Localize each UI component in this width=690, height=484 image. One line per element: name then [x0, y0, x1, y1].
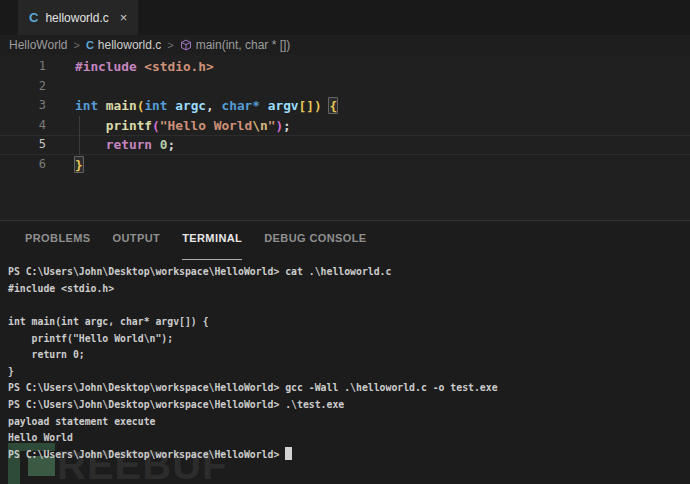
bottom-panel: PROBLEMSOUTPUTTERMINALDEBUG CONSOLE PS C… [0, 220, 690, 484]
panel-tab-output[interactable]: OUTPUT [113, 232, 161, 260]
line-number: 2 [0, 77, 46, 97]
code-text: #include <stdio.h> [75, 57, 214, 77]
code-text: return 0; [75, 135, 175, 155]
terminal-line: int main(int argc, char* argv[]) { [8, 314, 690, 331]
breadcrumb-item[interactable]: main(int, char * []) [180, 38, 291, 52]
line-number: 1 [0, 57, 46, 77]
close-icon[interactable]: × [120, 10, 128, 25]
terminal-line: return 0; [8, 347, 690, 364]
breadcrumb-label: main(int, char * []) [196, 38, 291, 52]
terminal-line: #include <stdio.h> [8, 281, 690, 298]
tab-label: helloworld.c [45, 11, 108, 25]
editor-tab-bar: C helloworld.c × [0, 0, 690, 35]
breadcrumb-label: HelloWorld [9, 38, 67, 52]
breadcrumb: HelloWorld>Chelloworld.c>main(int, char … [0, 35, 690, 55]
indent-guide [79, 116, 80, 155]
line-number: 3 [0, 96, 46, 116]
terminal[interactable]: PS C:\Users\John\Desktop\workspace\Hello… [0, 260, 690, 464]
symbol-method-icon [180, 39, 192, 51]
vscode-window: C helloworld.c × HelloWorld>Chelloworld.… [0, 0, 690, 484]
breadcrumb-separator: > [73, 39, 79, 51]
terminal-line: printf("Hello World\n"); [8, 331, 690, 348]
terminal-line [8, 297, 690, 314]
terminal-line: payload statement execute [8, 414, 690, 431]
editor-line[interactable]: 1#include <stdio.h> [0, 57, 690, 77]
editor-line[interactable]: 2 [0, 77, 690, 97]
code-text: } [75, 155, 83, 175]
breadcrumb-separator: > [167, 39, 173, 51]
breadcrumb-item[interactable]: HelloWorld [9, 38, 67, 52]
c-language-icon: C [86, 40, 94, 51]
line-number: 5 [0, 135, 46, 155]
terminal-line: Hello World [8, 430, 690, 447]
editor-lines: 1#include <stdio.h>23int main(int argc, … [0, 57, 690, 174]
terminal-line: PS C:\Users\John\Desktop\workspace\Hello… [8, 447, 690, 464]
editor-line[interactable]: 3int main(int argc, char* argv[]) { [0, 96, 690, 116]
editor-line[interactable]: 4 printf("Hello World\n"); [0, 116, 690, 136]
terminal-cursor [285, 447, 292, 460]
editor-line[interactable]: 5 return 0; [0, 135, 690, 155]
code-text: int main(int argc, char* argv[]) { [75, 96, 337, 116]
terminal-line: } [8, 364, 690, 381]
terminal-line: PS C:\Users\John\Desktop\workspace\Hello… [8, 397, 690, 414]
panel-tab-terminal[interactable]: TERMINAL [182, 232, 242, 260]
editor-line[interactable]: 6} [0, 155, 690, 175]
terminal-line: PS C:\Users\John\Desktop\workspace\Hello… [8, 380, 690, 397]
code-editor[interactable]: 1#include <stdio.h>23int main(int argc, … [0, 55, 690, 220]
breadcrumb-item[interactable]: Chelloworld.c [86, 38, 161, 52]
line-number: 6 [0, 155, 46, 175]
panel-tab-debug-console[interactable]: DEBUG CONSOLE [264, 232, 366, 260]
tab-helloworld-c[interactable]: C helloworld.c × [18, 0, 138, 35]
panel-tab-bar: PROBLEMSOUTPUTTERMINALDEBUG CONSOLE [0, 221, 690, 260]
code-text: printf("Hello World\n"); [75, 116, 291, 136]
c-language-icon: C [29, 11, 38, 24]
panel-tab-problems[interactable]: PROBLEMS [25, 232, 91, 260]
terminal-line: PS C:\Users\John\Desktop\workspace\Hello… [8, 264, 690, 281]
breadcrumb-label: helloworld.c [98, 38, 161, 52]
line-number: 4 [0, 116, 46, 136]
